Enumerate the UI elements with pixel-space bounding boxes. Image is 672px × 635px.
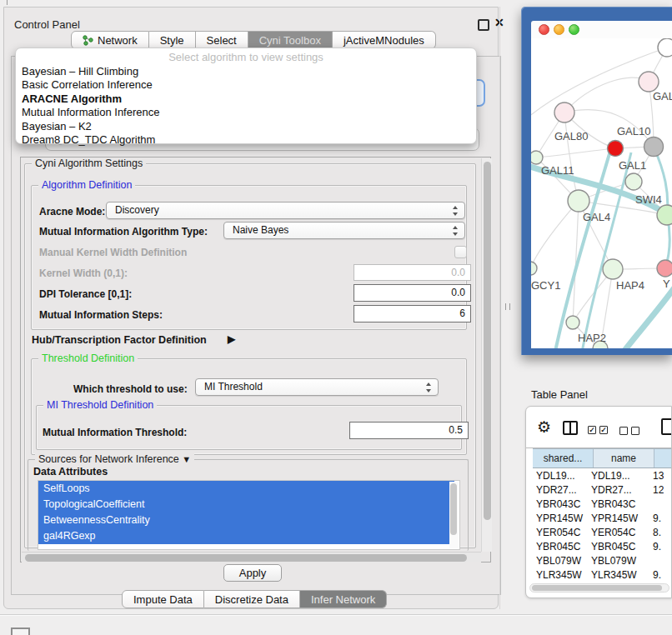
cell-name: YBR043C [588, 498, 649, 512]
tab-cyni-toolbox[interactable]: Cyni Toolbox [248, 31, 333, 49]
attribute-item-selected[interactable]: gal4RGexp [38, 528, 454, 544]
split-columns-icon[interactable] [563, 421, 578, 435]
table-panel-title: Table Panel [531, 388, 588, 401]
mi-threshold-field[interactable]: 0.5 [349, 422, 469, 439]
hub-factor-section-label[interactable]: Hub/Transcription Factor Definition [32, 334, 207, 346]
tab-select[interactable]: Select [196, 31, 248, 49]
data-attributes-list[interactable]: SelfLoops TopologicalCoefficient Between… [38, 480, 460, 550]
cell-name: YPR145W [588, 512, 649, 526]
mi-algorithm-type-label: Mutual Information Algorithm Type: [39, 226, 208, 238]
aracne-mode-value: Discovery [115, 204, 159, 216]
column-header-name[interactable]: name [594, 449, 654, 468]
table-row[interactable]: YPR145W YPR145W 9. [526, 512, 672, 526]
close-traffic-light-icon[interactable] [539, 24, 549, 35]
tab-jactivemnodules[interactable]: jActiveMNodules [333, 31, 436, 49]
mi-algorithm-type-value: Naive Bayes [233, 224, 288, 236]
manual-kernel-width-checkbox[interactable] [454, 246, 467, 258]
cell-name: YDL19... [588, 469, 649, 483]
attribute-item-selected[interactable]: BetweennessCentrality [38, 512, 454, 528]
settings-hscroll-thumb[interactable] [25, 554, 467, 562]
node-gcy1[interactable] [531, 262, 537, 275]
table-row[interactable]: YBR043C YBR043C [526, 498, 672, 512]
algorithm-option[interactable]: Basic Correlation Inference [22, 78, 153, 92]
which-threshold-combobox[interactable]: MI Threshold [195, 378, 439, 396]
collapse-arrow-icon[interactable]: ▼ [182, 454, 191, 464]
control-panel-title: Control Panel [14, 18, 80, 31]
network-window-titlebar[interactable] [531, 21, 672, 38]
attributes-list-scrollbar[interactable] [449, 482, 459, 548]
bottom-divider [0, 614, 672, 616]
attribute-item-selected[interactable]: SelfLoops [38, 481, 454, 497]
mi-steps-label: Mutual Information Steps: [39, 309, 163, 321]
column-header-clipped[interactable] [654, 449, 672, 468]
mi-steps-field[interactable]: 6 [354, 305, 471, 322]
algorithm-option[interactable]: Dream8 DC_TDC Algorithm [22, 133, 155, 147]
attribute-item-selected[interactable]: TopologicalCoefficient [38, 497, 454, 512]
node-gal80[interactable] [554, 102, 574, 122]
algorithm-option[interactable]: Mutual Information Inference [22, 106, 159, 119]
gear-icon[interactable]: ⚙ [537, 419, 551, 436]
table-row[interactable]: YBR045C YBR045C 9. [526, 540, 672, 554]
node-gal-top[interactable] [639, 72, 659, 92]
tab-cyni-toolbox-label: Cyni Toolbox [259, 34, 321, 47]
splitter-grip-icon[interactable] [505, 303, 510, 310]
tab-impute-data[interactable]: Impute Data [122, 590, 204, 608]
tab-network[interactable]: Network [71, 31, 149, 49]
node-gal4[interactable] [568, 190, 589, 212]
cell-shared: YLR345W [526, 568, 588, 581]
select-all-check-icon[interactable]: ✓ [588, 426, 596, 434]
minimize-traffic-light-icon[interactable] [554, 24, 564, 35]
table-row[interactable]: YER054C YER054C 8. [526, 526, 672, 540]
column-header-shared[interactable]: shared... [533, 449, 594, 468]
tab-infer-network[interactable]: Infer Network [300, 590, 387, 608]
table-row[interactable]: YBL079W YBL079W [526, 554, 672, 568]
which-threshold-label: Which threshold to use: [73, 383, 188, 395]
dpi-tolerance-field[interactable]: 0.0 [354, 284, 471, 302]
which-threshold-value: MI Threshold [204, 381, 263, 392]
deselect-all-square-icon[interactable] [619, 427, 628, 435]
node-gal11[interactable] [531, 151, 543, 164]
node-hap2[interactable] [566, 316, 579, 329]
tab-discretize-data[interactable]: Discretize Data [204, 590, 300, 608]
aracne-mode-combobox[interactable]: Discovery [106, 202, 465, 219]
select-all-check-icon[interactable]: ✓ [599, 426, 608, 434]
network-canvas[interactable]: GAL GAL80 GAL10 GAL11 GAL1 SWI4 GAL4 GCY… [531, 38, 672, 348]
table-hscroll-thumb[interactable] [532, 585, 662, 591]
algorithm-option[interactable]: Bayesian – Hill Climbing [22, 65, 138, 78]
float-window-icon[interactable] [478, 19, 489, 31]
table-row[interactable]: YLR345W YLR345W 9. [526, 568, 672, 581]
node-gray[interactable] [644, 138, 664, 157]
expand-arrow-icon[interactable]: ▶ [228, 333, 235, 345]
settings-vertical-scrollbar[interactable] [481, 158, 492, 552]
algorithm-option[interactable]: Bayesian – K2 [22, 120, 92, 133]
table-horizontal-scrollbar[interactable] [529, 583, 669, 592]
aracne-mode-label: Aracne Mode: [39, 206, 105, 218]
tab-style[interactable]: Style [149, 31, 196, 49]
panel-splitter[interactable] [499, 7, 500, 609]
node-y-salmon[interactable] [657, 260, 672, 277]
zoom-traffic-light-icon[interactable] [569, 24, 579, 35]
node-unlabeled-top[interactable] [658, 38, 672, 57]
mi-algorithm-type-combobox[interactable]: Naive Bayes [223, 222, 465, 239]
algorithm-dropdown-popup: Select algorithm to view settings Bayesi… [15, 48, 477, 144]
settings-horizontal-scrollbar[interactable] [22, 552, 481, 562]
node-hap4[interactable] [603, 259, 623, 279]
document-icon[interactable] [661, 418, 672, 435]
combo-arrows-icon [426, 382, 432, 393]
cell-value [649, 554, 653, 568]
node-gal10-red[interactable] [608, 141, 624, 157]
table-row[interactable]: YDR27... YDR27... 12 [526, 483, 672, 498]
apply-button[interactable]: Apply [223, 564, 282, 582]
attributes-list-scroll-thumb[interactable] [450, 483, 457, 535]
settings-vscroll-thumb[interactable] [484, 162, 491, 520]
node-swi4[interactable] [657, 205, 672, 225]
algorithm-option-selected[interactable]: ARACNE Algorithm [22, 92, 122, 106]
node-gal1[interactable] [625, 173, 642, 190]
sources-group-title: Sources for Network Inference ▼ [35, 453, 194, 465]
table-row[interactable]: YDL19... YDL19... 13 [526, 469, 672, 483]
kernel-width-field[interactable]: 0.0 [354, 264, 471, 281]
deselect-all-square-icon[interactable] [631, 427, 639, 435]
control-panel-tabbar: Network Style Select Cyni Toolbox jActiv… [71, 31, 436, 49]
cyni-algorithm-settings-title: Cyni Algorithm Settings [32, 158, 146, 169]
cell-shared: YBR043C [526, 498, 588, 512]
